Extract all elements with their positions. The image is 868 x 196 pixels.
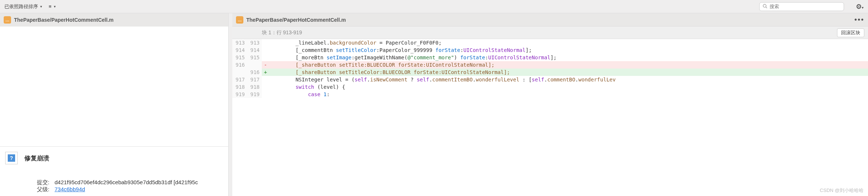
- line-number-old: 916: [232, 61, 247, 69]
- line-number-new: 918: [247, 83, 262, 91]
- line-number-new: 915: [247, 54, 262, 61]
- code-line: [_shareButton setTitleColor:BLUECOLOR fo…: [269, 69, 868, 76]
- code-line: [_shareButton setTitle:BLUECOLOR forStat…: [269, 61, 868, 69]
- line-number-old: 915: [232, 54, 247, 61]
- sort-dropdown[interactable]: 已依照路径排序 ▾: [4, 3, 42, 10]
- commit-message: 修复崩溃: [24, 154, 49, 162]
- line-number-old: 917: [232, 76, 247, 83]
- diff-marker: [262, 46, 269, 54]
- line-number-new: 913: [247, 39, 262, 46]
- diff-body: 913913 _lineLabel.backgroundColor = Pape…: [232, 39, 868, 98]
- diff-row: 917917 NSInteger level = (self.isNewComm…: [232, 76, 868, 83]
- svg-point-0: [763, 4, 766, 7]
- chevron-down-icon: ▾: [40, 4, 42, 8]
- code-line: _lineLabel.backgroundColor = PaperColor_…: [269, 39, 868, 46]
- diff-marker: [262, 39, 269, 46]
- sort-label: 已依照路径排序: [4, 3, 38, 10]
- diff-marker: +: [262, 69, 269, 76]
- hunk-header: 块 1：行 913-919 回滚区块: [232, 27, 868, 39]
- diff-row: 916+ [_shareButton setTitleColor:BLUECOL…: [232, 69, 868, 76]
- file-type-icon: …: [236, 16, 243, 24]
- chevron-down-icon: ▾: [54, 4, 56, 8]
- diff-row: 913913 _lineLabel.backgroundColor = Pape…: [232, 39, 868, 46]
- diff-pane: … ThePaperBase/PaperHotCommentCell.m •••…: [232, 13, 868, 196]
- diff-marker: -: [262, 61, 269, 69]
- code-line: [_moreBtn setImage:getImageWithName(@"co…: [269, 54, 868, 61]
- search-icon: [763, 4, 767, 10]
- list-view-dropdown[interactable]: ≡ ▾: [49, 4, 56, 9]
- line-number-old: [232, 69, 247, 76]
- file-name-left: ThePaperBase/PaperHotCommentCell.m: [14, 17, 114, 23]
- parent-label: 父级:: [31, 186, 49, 193]
- line-number-new: [247, 61, 262, 69]
- line-number-old: 913: [232, 39, 247, 46]
- commit-info: ? 修复崩溃 提交: d421f95cd706ef4dc296cebab9305…: [0, 147, 228, 196]
- line-number-new: 917: [247, 76, 262, 83]
- gear-icon: ⚙: [856, 3, 862, 10]
- line-number-old: 919: [232, 91, 247, 98]
- diff-marker: [262, 54, 269, 61]
- diff-marker: [262, 83, 269, 91]
- avatar: ?: [5, 152, 18, 164]
- line-number-new: 916: [247, 69, 262, 76]
- diff-row: 914914 [_commentBtn setTitleColor:PaperC…: [232, 46, 868, 54]
- file-tab-right[interactable]: … ThePaperBase/PaperHotCommentCell.m •••: [232, 13, 868, 27]
- watermark: CSDN @刘小哈哈哈: [820, 187, 864, 194]
- diff-row: 915915 [_moreBtn setImage:getImageWithNa…: [232, 54, 868, 61]
- parent-link[interactable]: 734c6bb94d: [55, 186, 85, 193]
- line-number-new: 919: [247, 91, 262, 98]
- line-number-old: 914: [232, 46, 247, 54]
- svg-line-1: [766, 7, 767, 8]
- avatar-placeholder-icon: ?: [8, 154, 15, 162]
- file-list-pane: … ThePaperBase/PaperHotCommentCell.m ? 修…: [0, 13, 229, 196]
- search-box[interactable]: [759, 2, 844, 11]
- commit-hash: d421f95cd706ef4dc296cebab9305e7dd5db31df…: [55, 179, 198, 186]
- diff-marker: [262, 76, 269, 83]
- search-input[interactable]: [770, 4, 841, 9]
- list-icon: ≡: [49, 4, 52, 9]
- file-tab-left[interactable]: … ThePaperBase/PaperHotCommentCell.m: [0, 13, 228, 27]
- diff-row: 919919 case 1:: [232, 91, 868, 98]
- chevron-down-icon: ▾: [862, 6, 864, 10]
- file-list-blank: [0, 27, 228, 147]
- file-type-icon: …: [4, 16, 11, 24]
- rollback-button[interactable]: 回滚区块: [837, 28, 864, 37]
- more-icon: •••: [854, 15, 864, 24]
- settings-button[interactable]: ⚙▾: [856, 3, 864, 11]
- diff-marker: [262, 91, 269, 98]
- hunk-label: 块 1：行 913-919: [262, 29, 302, 36]
- file-name-right: ThePaperBase/PaperHotCommentCell.m: [246, 17, 346, 23]
- code-line: [_commentBtn setTitleColor:PaperColor_99…: [269, 46, 868, 54]
- commit-label: 提交:: [31, 179, 49, 186]
- code-line: case 1:: [269, 91, 868, 98]
- code-line: NSInteger level = (self.isNewComment ? s…: [269, 76, 868, 83]
- line-number-new: 914: [247, 46, 262, 54]
- line-number-old: 918: [232, 83, 247, 91]
- top-toolbar: 已依照路径排序 ▾ ≡ ▾ ⚙▾: [0, 0, 868, 13]
- diff-row: 916- [_shareButton setTitle:BLUECOLOR fo…: [232, 61, 868, 69]
- code-line: switch (level) {: [269, 83, 868, 91]
- more-button[interactable]: •••: [854, 15, 864, 24]
- diff-row: 918918 switch (level) {: [232, 83, 868, 91]
